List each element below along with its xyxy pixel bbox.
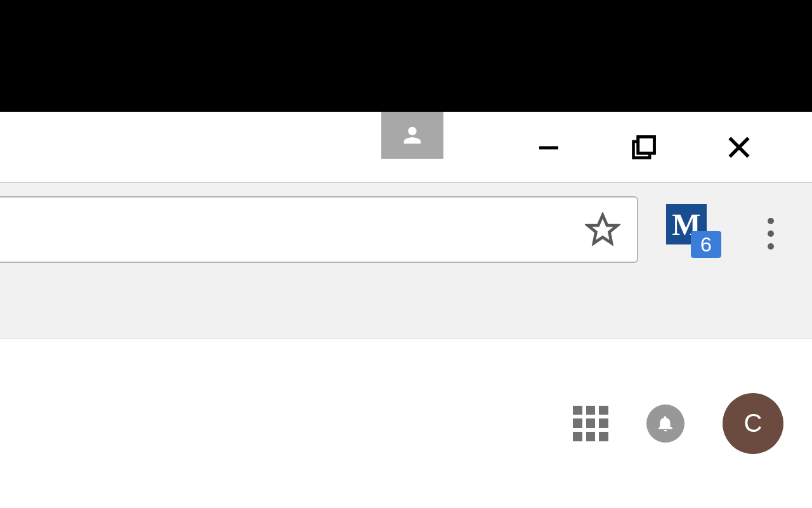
dot-icon — [768, 218, 774, 224]
account-avatar[interactable]: C — [723, 393, 783, 454]
minimize-icon — [536, 135, 561, 160]
notifications-button[interactable] — [646, 404, 684, 443]
bell-icon — [656, 414, 675, 433]
dot-icon — [768, 243, 774, 250]
grid-dot-icon — [573, 432, 582, 441]
maximize-icon — [630, 133, 658, 161]
browser-menu-button[interactable] — [758, 208, 783, 259]
person-icon — [400, 123, 425, 148]
maximize-button[interactable] — [596, 119, 691, 176]
address-bar[interactable] — [0, 196, 638, 263]
extension-badge: 6 — [691, 231, 721, 258]
extension-badge-count: 6 — [700, 233, 712, 257]
apps-launcher-button[interactable] — [573, 406, 608, 441]
grid-dot-icon — [586, 406, 596, 415]
star-icon — [585, 212, 620, 248]
grid-dot-icon — [599, 418, 608, 428]
browser-toolbar: M 6 — [0, 183, 812, 338]
grid-dot-icon — [573, 406, 582, 415]
profile-button[interactable] — [381, 112, 443, 159]
minimize-button[interactable] — [501, 119, 596, 176]
grid-dot-icon — [586, 432, 596, 441]
window-controls — [501, 112, 812, 182]
grid-dot-icon — [599, 432, 608, 441]
page-header: C — [0, 338, 812, 508]
dot-icon — [768, 231, 774, 237]
svg-rect-0 — [539, 146, 558, 149]
close-button[interactable] — [691, 119, 787, 176]
svg-rect-2 — [638, 137, 655, 153]
bookmark-button[interactable] — [584, 211, 622, 249]
avatar-initial: C — [744, 409, 763, 438]
letterbox-top — [0, 0, 812, 112]
grid-dot-icon — [573, 418, 582, 428]
close-icon — [725, 133, 753, 161]
window-titlebar — [0, 112, 812, 183]
grid-dot-icon — [586, 418, 596, 428]
grid-dot-icon — [599, 406, 608, 415]
